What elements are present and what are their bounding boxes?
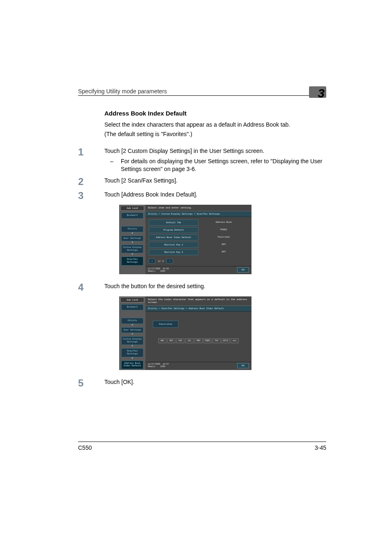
step-1-number: 1	[78, 147, 104, 173]
shortcut-key-1-button[interactable]: Shortcut Key 1	[149, 242, 198, 248]
user-settings-crumb[interactable]: User Settings	[121, 236, 143, 242]
favorites-button[interactable]: Favorites	[153, 321, 178, 328]
idx-ghi[interactable]: GHI	[176, 338, 184, 343]
index-character-row: ABC DEF GHI JKL MNO PQRS TUV WXYZ etc	[149, 338, 248, 343]
job-list-tab[interactable]: Job List	[120, 206, 144, 211]
status-info: 11/17/2006 15:57 Memory 100%	[148, 363, 169, 368]
step-5-text: Touch [OK].	[104, 378, 326, 388]
ok-button[interactable]: OK	[237, 363, 249, 368]
running-header: Specifying Utility mode parameters 3	[78, 86, 326, 96]
page-up-button[interactable]: ↑	[149, 259, 155, 264]
arrow-down-icon: ▼	[119, 233, 145, 234]
step-1: 1 Touch [2 Custom Display Settings] in t…	[78, 147, 326, 173]
instruction-text: Select item and enter setting.	[145, 205, 251, 211]
step-1-text: Touch [2 Custom Display Settings] in the…	[104, 147, 326, 155]
step-2: 2 Touch [2 Scan/Fax Settings].	[78, 177, 326, 187]
custom-display-crumb[interactable]: Custom Display Settings	[121, 336, 143, 345]
idx-wxyz[interactable]: WXYZ	[221, 338, 230, 343]
instruction-text: Select the index character that appears …	[145, 296, 251, 305]
page-footer: C550 3-45	[78, 442, 326, 451]
address-book-index-default-button[interactable]: Address Book Index Default	[149, 234, 198, 240]
shortcut-key-1-value: OFF	[199, 242, 248, 248]
ok-button[interactable]: OK	[237, 267, 249, 273]
arrow-down-icon: ▼	[119, 345, 145, 347]
step-5-number: 5	[78, 378, 104, 388]
arrow-down-icon: ▼	[119, 324, 145, 326]
idx-tuv[interactable]: TUV	[212, 338, 221, 343]
intro-line-1: Select the index characters that appear …	[104, 121, 326, 129]
arrow-down-icon: ▼	[119, 242, 145, 243]
step-4-text: Touch the button for the desired setting…	[104, 282, 326, 292]
step-1-sub: For details on displaying the User Setti…	[121, 157, 326, 173]
address-book-index-default-value: Favorites	[199, 234, 248, 240]
arrow-down-icon: ▼	[119, 333, 145, 335]
screenshot-index-default: Job List Bookmark Utility ▼ User Setting…	[119, 296, 251, 370]
scan-fax-crumb[interactable]: Scan/Fax Settings	[121, 257, 143, 265]
idx-def[interactable]: DEF	[167, 338, 175, 343]
idx-pqrs[interactable]: PQRS	[203, 338, 212, 343]
breadcrumb-bar: Utility > Scan/Fax Settings > Address Bo…	[145, 305, 251, 312]
step-4: 4 Touch the button for the desired setti…	[78, 282, 326, 292]
scan-fax-crumb[interactable]: Scan/Fax Settings	[121, 348, 143, 357]
idx-mno[interactable]: MNO	[194, 338, 203, 343]
custom-display-crumb[interactable]: Custom Display Settings	[121, 245, 143, 253]
idx-jkl[interactable]: JKL	[185, 338, 194, 343]
default-tab-button[interactable]: Default Tab	[149, 220, 198, 226]
chapter-badge: 3	[309, 86, 326, 98]
page-number: 3-45	[315, 444, 326, 451]
breadcrumb-bar: Utility > Custom Display Settings > Scan…	[145, 211, 251, 217]
step-2-text: Touch [2 Scan/Fax Settings].	[104, 177, 326, 187]
chapter-number: 3	[318, 86, 325, 100]
step-3: 3 Touch [Address Book Index Default].	[78, 191, 326, 201]
program-default-value: PAGE1	[199, 227, 248, 233]
page-down-button[interactable]: ↓	[166, 259, 173, 264]
user-settings-crumb[interactable]: User Settings	[121, 327, 143, 333]
section-title: Address Book Index Default	[104, 110, 326, 117]
shortcut-key-2-value: OFF	[199, 249, 248, 255]
bookmark-button[interactable]: Bookmark	[121, 304, 143, 310]
utility-crumb[interactable]: Utility	[121, 318, 143, 324]
status-info: 11/17/2006 15:56 Memory 100%	[148, 268, 169, 273]
step-2-number: 2	[78, 177, 104, 187]
dash-icon: –	[104, 157, 121, 173]
job-list-tab[interactable]: Job List	[120, 297, 144, 303]
pager-text: 1/ 2	[157, 260, 165, 263]
address-book-index-default-crumb[interactable]: Address Book Index Default	[121, 361, 143, 369]
idx-etc[interactable]: etc	[231, 338, 239, 343]
arrow-down-icon: ▼	[119, 358, 145, 359]
step-3-number: 3	[78, 191, 104, 201]
program-default-button[interactable]: Program Default	[149, 227, 198, 233]
model-label: C550	[78, 444, 92, 451]
step-3-text: Touch [Address Book Index Default].	[104, 191, 326, 201]
intro-line-2: (The default setting is "Favorites".)	[104, 130, 326, 138]
step-4-number: 4	[78, 282, 104, 292]
default-tab-value: Address Book	[199, 220, 248, 226]
bookmark-button[interactable]: Bookmark	[121, 213, 143, 219]
running-header-text: Specifying Utility mode parameters	[78, 88, 167, 95]
step-5: 5 Touch [OK].	[78, 378, 326, 388]
arrow-down-icon: ▼	[119, 254, 145, 255]
shortcut-key-2-button[interactable]: Shortcut Key 2	[149, 249, 198, 255]
screenshot-scan-fax-settings: Job List Bookmark Utility ▼ User Setting…	[119, 205, 251, 274]
idx-abc[interactable]: ABC	[158, 338, 166, 343]
utility-crumb[interactable]: Utility	[121, 226, 143, 232]
